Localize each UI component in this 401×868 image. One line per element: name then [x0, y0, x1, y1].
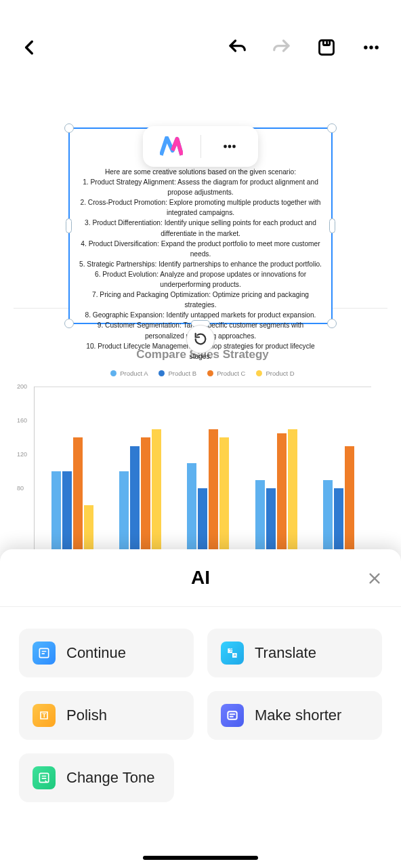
- polish-label: Polish: [66, 707, 107, 724]
- y-tick: 120: [17, 451, 27, 458]
- more-horizontal-icon: [221, 138, 238, 155]
- change-tone-button[interactable]: Change Tone: [19, 753, 174, 802]
- bar: [51, 471, 61, 556]
- more-horizontal-icon: [362, 38, 381, 57]
- y-tick: 160: [17, 417, 27, 424]
- legend-item: Product C: [207, 370, 245, 377]
- bar: [277, 433, 287, 556]
- shorter-label: Make shorter: [255, 707, 341, 724]
- bar: [62, 471, 72, 556]
- translate-label: Translate: [255, 644, 316, 662]
- bar: [119, 471, 129, 556]
- svg-text:A: A: [234, 653, 236, 657]
- back-button[interactable]: [14, 31, 46, 64]
- tone-label: Change Tone: [66, 769, 155, 787]
- resize-handle-tr[interactable]: [327, 123, 337, 133]
- close-button[interactable]: [367, 571, 382, 589]
- bar: [84, 505, 93, 556]
- undo-icon: [227, 37, 247, 58]
- bar: [266, 488, 276, 556]
- rotate-ccw-icon: [193, 332, 208, 347]
- continue-label: Continue: [66, 644, 126, 662]
- svg-text:文: 文: [229, 648, 233, 652]
- continue-button[interactable]: Continue: [19, 629, 194, 677]
- svg-point-7: [228, 145, 231, 149]
- top-toolbar: [0, 0, 401, 95]
- close-icon: [367, 571, 382, 586]
- resize-handle-tl[interactable]: [64, 123, 74, 133]
- bar-group: [119, 429, 161, 557]
- undo-button[interactable]: [221, 31, 253, 64]
- bar-group: [255, 429, 297, 557]
- bar-group: [323, 446, 354, 557]
- legend-item: Product A: [110, 370, 148, 377]
- continue-icon: [37, 646, 51, 660]
- bar: [334, 488, 343, 556]
- bar-group: [187, 429, 229, 557]
- home-indicator[interactable]: [143, 856, 258, 860]
- translate-button[interactable]: 文A Translate: [207, 629, 382, 677]
- redo-icon: [272, 37, 292, 58]
- svg-point-6: [224, 145, 227, 149]
- bar: [152, 429, 161, 557]
- save-icon: [317, 38, 336, 57]
- bar: [219, 437, 229, 556]
- resize-handle-right[interactable]: [329, 218, 335, 233]
- bar: [198, 488, 207, 556]
- legend-item: Product D: [256, 370, 294, 377]
- svg-point-3: [364, 45, 367, 49]
- bar: [323, 480, 333, 557]
- context-toolbar: [143, 126, 258, 167]
- ai-actions: Continue 文A Translate T Polish Make shor…: [0, 607, 401, 802]
- resize-handle-br[interactable]: [327, 319, 337, 328]
- app-logo-icon: [160, 136, 183, 157]
- rotate-button[interactable]: [186, 325, 215, 353]
- svg-rect-15: [228, 711, 236, 719]
- ai-panel-header: AI: [0, 549, 401, 606]
- bar: [141, 437, 150, 556]
- legend-item: Product B: [159, 370, 196, 377]
- chart[interactable]: Compare Sales Strategy Product AProduct …: [14, 348, 387, 556]
- y-tick: 80: [17, 485, 24, 492]
- bar: [255, 480, 265, 557]
- tone-icon: [37, 771, 51, 785]
- save-button[interactable]: [310, 31, 343, 64]
- more-button[interactable]: [355, 31, 387, 64]
- bar: [130, 446, 140, 557]
- translate-icon: 文A: [226, 646, 239, 660]
- svg-point-5: [375, 45, 378, 49]
- bar: [187, 463, 196, 557]
- app-logo-button[interactable]: [143, 126, 200, 167]
- bar-group: [51, 437, 93, 556]
- shorten-icon: [226, 709, 239, 722]
- polish-icon: T: [37, 709, 51, 722]
- polish-button[interactable]: T Polish: [19, 691, 194, 740]
- svg-point-8: [232, 145, 236, 149]
- svg-point-4: [369, 45, 373, 49]
- chart-legend: Product AProduct BProduct CProduct D: [34, 370, 371, 377]
- resize-handle-left[interactable]: [66, 218, 72, 233]
- canvas[interactable]: Here are some creative solutions based o…: [0, 127, 401, 556]
- ai-panel: AI Continue 文A Translate T Polish: [0, 549, 401, 868]
- ai-panel-title: AI: [191, 567, 210, 588]
- chevron-left-icon: [21, 39, 39, 56]
- resize-handle-bl[interactable]: [64, 319, 74, 328]
- bar: [345, 446, 354, 557]
- redo-button[interactable]: [266, 31, 298, 64]
- svg-text:T: T: [43, 712, 47, 719]
- bar: [73, 437, 83, 556]
- bar: [209, 429, 218, 557]
- axis-top-line: [35, 387, 371, 387]
- y-tick: 200: [17, 383, 27, 390]
- make-shorter-button[interactable]: Make shorter: [207, 691, 382, 740]
- context-more-button[interactable]: [201, 126, 259, 167]
- bar: [288, 429, 297, 557]
- chart-plot: 80120160200: [34, 387, 371, 556]
